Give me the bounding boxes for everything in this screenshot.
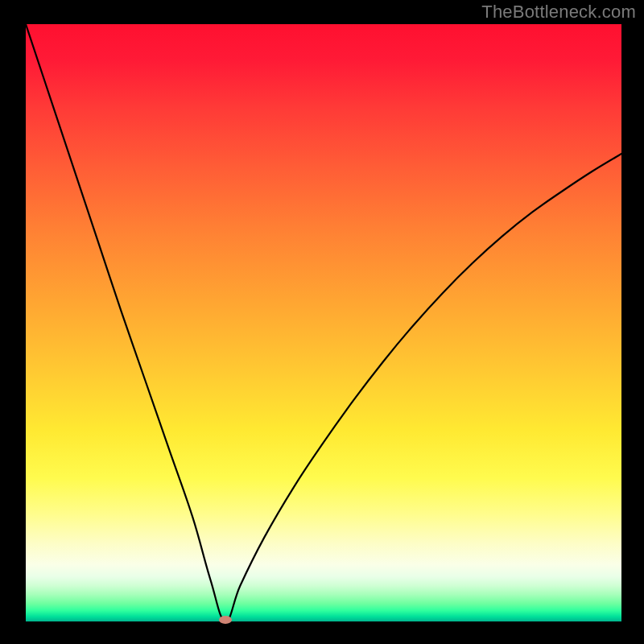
watermark-text: TheBottleneck.com xyxy=(481,2,636,23)
bottleneck-curve-path xyxy=(26,24,621,621)
chart-plot-area xyxy=(26,24,621,621)
bottleneck-curve-svg xyxy=(26,24,621,621)
optimum-marker xyxy=(219,616,232,624)
